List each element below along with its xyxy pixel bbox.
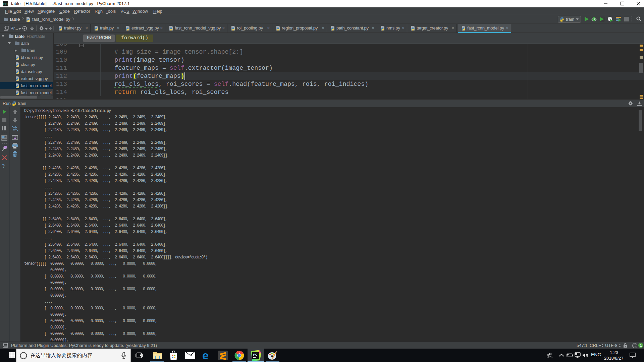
svg-text:e: e (202, 351, 209, 360)
svg-text:PC: PC (3, 2, 8, 6)
svg-text:PC: PC (253, 353, 258, 356)
